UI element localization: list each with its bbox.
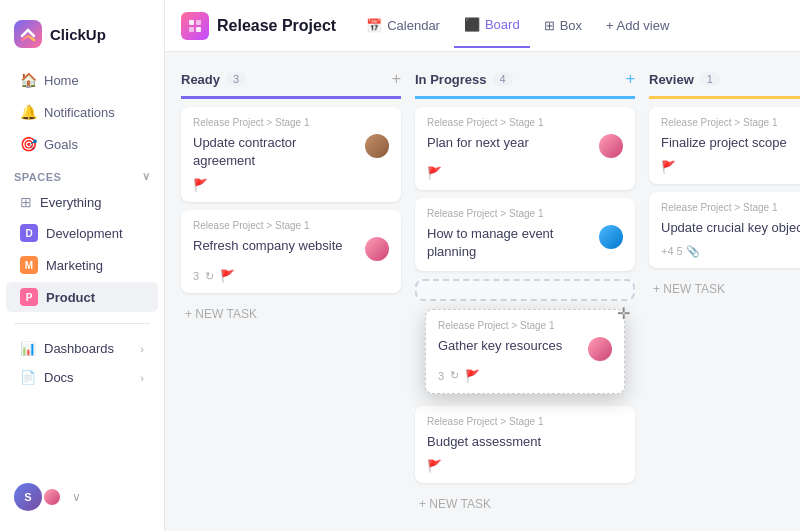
column-review: Review 1 + Release Project > Stage 1 Fin… [649,66,800,517]
in-progress-title: In Progress [415,72,487,87]
docs-chevron-icon: › [140,372,144,384]
drag-handle-icon: ✛ [617,304,630,323]
logo-icon [14,20,42,48]
main-content: Release Project 📅 Calendar ⬛ Board ⊞ Box… [165,0,800,531]
bell-icon: 🔔 [20,104,36,120]
review-title: Review [649,72,694,87]
box-tab[interactable]: ⊞ Box [534,12,592,39]
ready-add-icon[interactable]: + [392,70,401,88]
marketing-dot: M [20,256,38,274]
sidebar-item-goals[interactable]: 🎯 Goals [6,129,158,159]
card-title: Update contractor agreement [193,134,359,170]
board-tab[interactable]: ⬛ Board [454,11,530,48]
development-dot: D [20,224,38,242]
reorder-icon: ↻ [205,270,214,283]
card-title: Gather key resources [438,337,562,355]
card-update-objectives[interactable]: Release Project > Stage 1 Update crucial… [649,192,800,268]
logo-area: ClickUp [0,12,164,64]
new-task-label: + NEW TASK [653,282,725,296]
board-icon: ⬛ [464,17,480,32]
reorder-icon: ↻ [450,369,459,382]
development-label: Development [46,226,123,241]
flag-icon: 🚩 [661,160,676,174]
flag-icon: 🚩 [427,166,442,180]
card-refresh-website[interactable]: Release Project > Stage 1 Refresh compan… [181,210,401,293]
drag-overlay: ✛ Release Project > Stage 1 Gather key r… [415,309,635,394]
box-icon: ⊞ [544,18,555,33]
card-footer: +4 5 📎 [661,245,800,258]
card-budget-assessment[interactable]: Release Project > Stage 1 Budget assessm… [415,406,635,483]
everything-label: Everything [40,195,101,210]
sidebar: ClickUp 🏠 Home 🔔 Notifications 🎯 Goals S… [0,0,165,531]
add-view-button[interactable]: + Add view [596,12,679,39]
card-footer: 🚩 [193,178,389,192]
in-progress-count: 4 [493,72,513,86]
column-header-review: Review 1 + [649,66,800,99]
sidebar-item-development[interactable]: D Development [6,218,158,248]
card-title: Finalize project scope [661,134,787,152]
card-finalize-scope[interactable]: Release Project > Stage 1 Finalize proje… [649,107,800,184]
card-content: Refresh company website [193,237,389,261]
card-content: Plan for next year [427,134,623,158]
card-meta: Release Project > Stage 1 [193,117,389,128]
project-title: Release Project [217,17,336,35]
sidebar-home-label: Home [44,73,79,88]
docs-icon: 📄 [20,370,36,385]
card-content: Update crucial key objectives [661,219,800,237]
goals-icon: 🎯 [20,136,36,152]
svg-rect-1 [196,20,201,25]
sidebar-item-everything[interactable]: ⊞ Everything [6,188,158,216]
card-title: Update crucial key objectives [661,219,800,237]
dragging-card[interactable]: ✛ Release Project > Stage 1 Gather key r… [425,309,625,394]
sidebar-goals-label: Goals [44,137,78,152]
in-progress-add-icon[interactable]: + [626,70,635,88]
flag-icon: 🚩 [193,178,208,192]
card-meta: Release Project > Stage 1 [427,117,623,128]
avatar [365,134,389,158]
card-content: Budget assessment [427,433,623,451]
sidebar-item-marketing[interactable]: M Marketing [6,250,158,280]
review-new-task-button[interactable]: + NEW TASK [649,276,800,302]
sidebar-item-product[interactable]: P Product [6,282,158,312]
review-count: 1 [700,72,720,86]
svg-rect-0 [189,20,194,25]
ready-new-task-button[interactable]: + NEW TASK [181,301,401,327]
sidebar-item-notifications[interactable]: 🔔 Notifications [6,97,158,127]
card-meta: Release Project > Stage 1 [193,220,389,231]
ready-count: 3 [226,72,246,86]
avatar [599,225,623,249]
chevron-icon: ∨ [142,170,151,183]
avatar [588,337,612,361]
sidebar-item-docs[interactable]: 📄 Docs › [6,364,158,391]
flag-icon: 🚩 [427,459,442,473]
user-avatar: S [14,483,42,511]
card-footer: 🚩 [427,166,623,180]
calendar-label: Calendar [387,18,440,33]
card-footer: 3 ↻ 🚩 [438,369,612,383]
column-ready: Ready 3 + Release Project > Stage 1 Upda… [181,66,401,517]
card-event-planning[interactable]: Release Project > Stage 1 How to manage … [415,198,635,271]
in-progress-new-task-button[interactable]: + NEW TASK [415,491,635,517]
card-title: Plan for next year [427,134,529,152]
user-status-avatar [42,487,62,507]
column-in-progress: In Progress 4 + Release Project > Stage … [415,66,635,517]
card-meta: Release Project > Stage 1 [661,117,800,128]
card-update-contractor[interactable]: Release Project > Stage 1 Update contrac… [181,107,401,202]
top-bar-nav: 📅 Calendar ⬛ Board ⊞ Box + Add view [356,3,679,48]
calendar-icon: 📅 [366,18,382,33]
card-meta: Release Project > Stage 1 [427,416,547,427]
product-label: Product [46,290,95,305]
add-view-label: + Add view [606,18,669,33]
sidebar-item-dashboards[interactable]: 📊 Dashboards › [6,335,158,362]
sidebar-item-home[interactable]: 🏠 Home [6,65,158,95]
spaces-section: Spaces ∨ [0,160,164,187]
new-task-label: + NEW TASK [419,497,491,511]
home-icon: 🏠 [20,72,36,88]
card-plan-next-year[interactable]: Release Project > Stage 1 Plan for next … [415,107,635,190]
product-dot: P [20,288,38,306]
extra-info: +4 5 📎 [661,245,700,258]
calendar-tab[interactable]: 📅 Calendar [356,12,450,39]
user-area[interactable]: S ∨ [0,475,164,519]
card-footer: 🚩 [427,459,623,473]
card-count: 3 [193,270,199,282]
